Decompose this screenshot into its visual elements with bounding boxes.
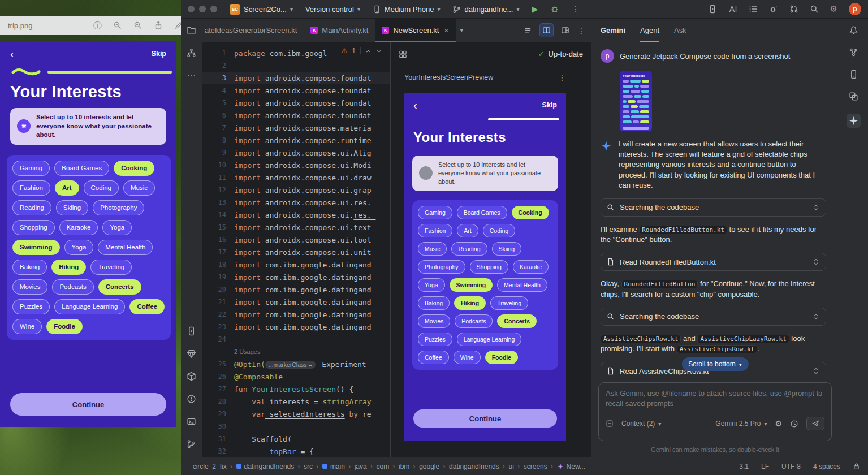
settings-icon[interactable]: ⚙ [830, 4, 837, 14]
build-icon[interactable] [187, 372, 196, 381]
breadcrumb-item[interactable]: src [304, 463, 313, 470]
status-item[interactable]: UTF-8 [781, 463, 801, 470]
structure-icon[interactable] [187, 48, 196, 58]
expand-collapse-icon[interactable] [812, 258, 820, 266]
code-line[interactable]: 21import com.ibm.google.datingand [202, 296, 390, 308]
code-line[interactable]: 13import androidx.compose.ui.res. [202, 196, 390, 209]
code-line[interactable]: 9import androidx.compose.ui.Alig [202, 146, 390, 159]
agent-action-card[interactable]: Searching the codebase [601, 308, 826, 326]
zoom-out-icon[interactable] [113, 21, 122, 30]
interest-chip[interactable]: Music [418, 242, 447, 256]
interest-chip[interactable]: Traveling [490, 296, 528, 310]
interest-chip[interactable]: Photography [418, 260, 465, 274]
split-view-button[interactable] [540, 24, 553, 37]
design-view-button[interactable] [559, 24, 572, 37]
code-line[interactable]: 30 [202, 420, 390, 433]
zoom-in-icon[interactable] [133, 21, 142, 30]
interest-chip[interactable]: Fashion [418, 224, 452, 238]
ai-debug-icon[interactable] [769, 5, 778, 14]
editor-tab[interactable]: ateIdeasGeneratorScreen.kt [202, 19, 304, 42]
code-line[interactable]: 4import androidx.compose.foundat [202, 84, 390, 97]
code-line[interactable]: 26@Composable [202, 370, 390, 383]
readonly-lock-icon[interactable] [853, 463, 860, 470]
code-line[interactable]: 29 var selectedInterests by re [202, 408, 390, 420]
code-view-button[interactable] [521, 24, 534, 37]
problems-icon[interactable] [187, 394, 196, 404]
agent-action-card[interactable]: Read RoundedFilledButton.kt [601, 253, 826, 271]
code-line[interactable]: 28 val interests = stringArray [202, 395, 390, 408]
interest-chip[interactable]: Swimming [450, 278, 493, 292]
notifications-bell-icon[interactable] [849, 25, 858, 35]
code-line[interactable]: 10import androidx.compose.ui.Modi [202, 159, 390, 171]
code-line[interactable]: 14import androidx.compose.ui.res._ [202, 209, 390, 221]
breadcrumb-item[interactable]: com [377, 463, 390, 470]
window-controls[interactable] [188, 6, 217, 12]
code-line[interactable]: 16import androidx.compose.ui.tool [202, 234, 390, 246]
running-devices-icon[interactable] [187, 326, 196, 336]
hidden-tabs-chevron-icon[interactable]: ▾ [460, 27, 464, 34]
history-icon[interactable] [790, 420, 798, 428]
project-icon[interactable] [187, 25, 196, 35]
maximize-window-icon[interactable] [210, 6, 217, 12]
preview-options-icon[interactable]: ⋮ [558, 73, 566, 82]
code-line[interactable]: 31 Scaffold( [202, 433, 390, 445]
more-actions-icon[interactable]: ⋮ [572, 5, 580, 14]
model-select[interactable]: Gemini 2.5 Pro▾ [715, 420, 767, 428]
continue-button[interactable]: Continue [413, 409, 557, 428]
preview-grid-icon[interactable] [399, 50, 407, 58]
scroll-to-bottom-button[interactable]: Scroll to bottom▾ [681, 357, 748, 371]
tab-agent[interactable]: Agent [640, 19, 659, 42]
version-control-icon[interactable] [187, 439, 196, 449]
code-line[interactable]: 2 [202, 59, 390, 72]
breadcrumb-item[interactable]: datingandfriends [236, 463, 295, 470]
live-edit-icon[interactable] [728, 5, 737, 14]
emulator-icon[interactable] [849, 70, 858, 79]
interest-chip[interactable]: Skiing [492, 242, 522, 256]
tab-options-icon[interactable]: ⋮ [577, 26, 585, 35]
skip-button[interactable]: Skip [542, 101, 557, 109]
interest-chip[interactable]: Cooking [512, 206, 549, 219]
code-line[interactable]: 19import com.ibm.google.datingand [202, 271, 390, 283]
todo-list-icon[interactable] [749, 5, 758, 14]
debug-button[interactable] [550, 5, 559, 14]
editor-tab[interactable]: KNewScreen.kt× [375, 19, 455, 42]
device-streaming-icon[interactable] [708, 5, 717, 14]
expand-collapse-icon[interactable] [812, 367, 820, 375]
breadcrumb-item[interactable]: New... [557, 463, 585, 470]
gemini-icon[interactable] [847, 114, 861, 128]
expand-collapse-icon[interactable] [812, 204, 820, 211]
resource-manager-icon[interactable] [849, 92, 858, 101]
info-icon[interactable]: ⓘ [93, 20, 102, 31]
code-line[interactable]: 22import com.ibm.google.datingand [202, 308, 390, 321]
breadcrumb-item[interactable]: ui [509, 463, 514, 470]
interest-chip[interactable]: Baking [418, 296, 450, 310]
code-line[interactable]: 20import com.ibm.google.datingand [202, 283, 390, 296]
edit-icon[interactable] [174, 21, 181, 30]
next-problem-icon[interactable] [376, 48, 382, 54]
gemini-input-box[interactable]: Context (2)▾ Gemini 2.5 Pro▾ ⚙ [598, 382, 832, 441]
pull-request-icon[interactable] [789, 5, 798, 14]
send-button[interactable] [806, 417, 824, 430]
editor-tab[interactable]: KMainActivity.kt [304, 19, 375, 42]
attached-screenshot-thumbnail[interactable]: Your Interests [620, 71, 652, 131]
code-line[interactable]: 27fun YourInterestsScreen() { [202, 383, 390, 395]
expand-collapse-icon[interactable] [812, 313, 820, 321]
code-line[interactable]: 25@OptIn(...markerClass = Experiment [202, 358, 390, 370]
version-control-menu[interactable]: Version control▾ [305, 5, 360, 14]
interest-chip[interactable]: Foodie [485, 351, 518, 364]
gemini-chat[interactable]: p Generate Jetpack Compose code from a s… [591, 42, 839, 377]
search-everywhere-icon[interactable] [810, 5, 819, 14]
interest-chip[interactable]: Concerts [497, 314, 537, 328]
code-line[interactable]: 12import androidx.compose.ui.grap [202, 184, 390, 196]
share-icon[interactable] [154, 21, 163, 30]
terminal-icon[interactable] [187, 417, 196, 426]
interest-chip[interactable]: Yoga [418, 278, 445, 292]
breadcrumb-item[interactable]: java [355, 463, 367, 470]
more-tool-windows-icon[interactable]: ⋯ [187, 71, 196, 81]
interest-chip[interactable]: Hiking [454, 296, 486, 310]
code-line[interactable]: 23import com.ibm.google.datingand [202, 321, 390, 333]
interest-chip[interactable]: Mental Health [497, 278, 547, 292]
run-button[interactable]: ▶ [532, 5, 538, 14]
interest-chip[interactable]: Coffee [418, 351, 449, 364]
interest-chip[interactable]: Puzzles [418, 332, 452, 346]
